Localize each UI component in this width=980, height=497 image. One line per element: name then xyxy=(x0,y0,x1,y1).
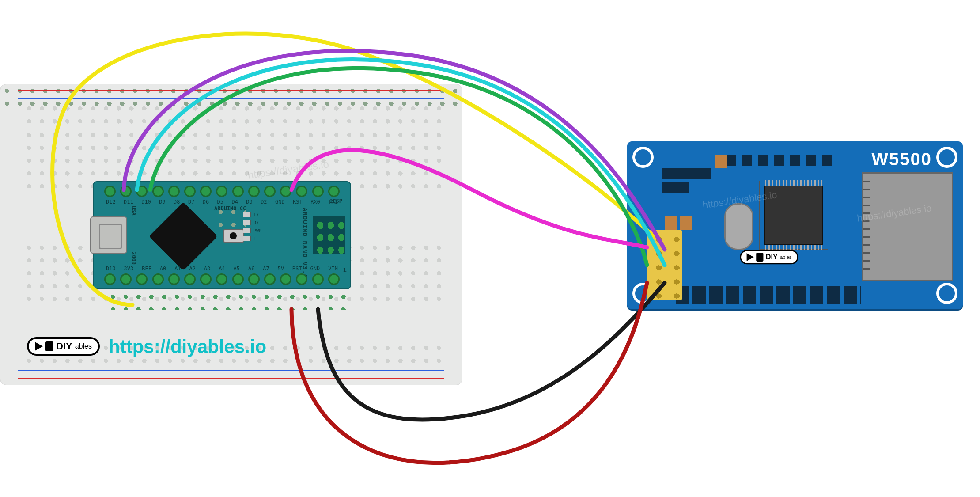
nano-pin xyxy=(168,186,180,197)
nano-pin xyxy=(168,273,180,285)
w5500-module: W5500 DIY ables https://diyables.io http… xyxy=(627,141,963,309)
rj45-ethernet-jack[interactable] xyxy=(862,172,953,281)
nano-pin xyxy=(136,186,148,197)
pin-label: D11 xyxy=(124,199,133,205)
icsp-label: ICSP xyxy=(329,198,342,204)
diyables-logo: DIY ables xyxy=(27,337,100,356)
pin-label: GND xyxy=(275,199,285,205)
pin-label: 5V xyxy=(278,266,284,272)
pin-label: RST xyxy=(293,199,303,205)
nano-pins-top xyxy=(104,186,340,197)
nano-pin xyxy=(200,186,212,197)
pin-label: VIN xyxy=(328,266,338,272)
nano-pin xyxy=(248,186,260,197)
pin-label: REF xyxy=(142,266,151,272)
nano-led-labels: TXRXPWRL xyxy=(243,212,261,241)
pin-label: D12 xyxy=(106,199,116,205)
pin-label: 3V3 xyxy=(124,266,134,272)
arduino-nano: D12D11D10D9D8D7D6D5D4D3D2GNDRSTRX0TX1 AR… xyxy=(93,181,351,289)
nano-pin xyxy=(200,273,212,285)
pin-label: D6 xyxy=(203,199,209,205)
nano-pin xyxy=(264,186,276,197)
nano-pin xyxy=(264,273,276,285)
nano-pin xyxy=(312,273,324,285)
nano-pin xyxy=(216,273,227,285)
nano-pin xyxy=(328,186,340,197)
nano-pin xyxy=(296,273,307,285)
nano-pin xyxy=(120,186,132,197)
nano-pin xyxy=(280,273,291,285)
pin-label: A1 xyxy=(174,266,181,272)
atmega-chip xyxy=(149,202,218,271)
nano-pin xyxy=(296,186,307,197)
nano-pin xyxy=(248,273,260,285)
nano-brand: ARDUINO.CC xyxy=(214,205,246,231)
pin-label: D7 xyxy=(188,199,194,205)
crystal-oscillator xyxy=(724,203,753,250)
pin-label: D10 xyxy=(141,199,151,205)
w5500-title: W5500 xyxy=(871,149,932,169)
pin-label: D2 xyxy=(261,199,267,205)
nano-usa: USA xyxy=(131,206,137,216)
pin1-marker: 1 xyxy=(343,266,347,273)
pin-label: D9 xyxy=(159,199,165,205)
logo-light: ables xyxy=(75,342,92,350)
nano-pin xyxy=(152,273,164,285)
pin-label: A5 xyxy=(234,266,240,272)
w5500-pin-header xyxy=(647,230,682,300)
pin-label: A6 xyxy=(248,266,254,272)
nano-pin xyxy=(280,186,291,197)
icsp-header xyxy=(313,216,345,254)
pin-label: A7 xyxy=(263,266,269,272)
nano-year: 2009 xyxy=(131,252,137,265)
nano-pin xyxy=(312,186,324,197)
usb-mini-port xyxy=(90,216,127,254)
nano-pin xyxy=(232,273,244,285)
nano-labels-bottom: D133V3REFA0A1A2A3A4A5A6A75VRSTGNDVIN xyxy=(106,266,338,272)
nano-pin xyxy=(328,273,340,285)
pin-label: A3 xyxy=(204,266,210,272)
nano-pin xyxy=(184,186,196,197)
pin-label: RST xyxy=(292,266,302,272)
nano-pin xyxy=(184,273,196,285)
source-url[interactable]: https://diyables.io xyxy=(109,336,266,357)
nano-pin xyxy=(216,186,227,197)
diyables-logo-small: DIY ables xyxy=(740,250,798,264)
pin-label: D5 xyxy=(217,199,223,205)
nano-pin xyxy=(104,186,116,197)
nano-pins-bottom xyxy=(104,273,340,285)
pin-label: D3 xyxy=(246,199,252,205)
pin-label: GND xyxy=(310,266,320,272)
nano-pin xyxy=(104,273,116,285)
nano-pin xyxy=(152,186,164,197)
pin-label: A2 xyxy=(189,266,196,272)
pin-label: D8 xyxy=(174,199,180,205)
nano-pin xyxy=(232,186,244,197)
pin-label: A0 xyxy=(160,266,166,272)
pin-label: D13 xyxy=(106,266,116,272)
nano-pin xyxy=(136,273,148,285)
logo-strong: DIY xyxy=(56,341,72,352)
pin-label: D4 xyxy=(231,199,238,205)
pin-label: RX0 xyxy=(310,199,320,205)
nano-pin xyxy=(120,273,132,285)
nano-labels-top: D12D11D10D9D8D7D6D5D4D3D2GNDRSTRX0TX1 xyxy=(106,199,338,205)
pin-label: A4 xyxy=(219,266,225,272)
